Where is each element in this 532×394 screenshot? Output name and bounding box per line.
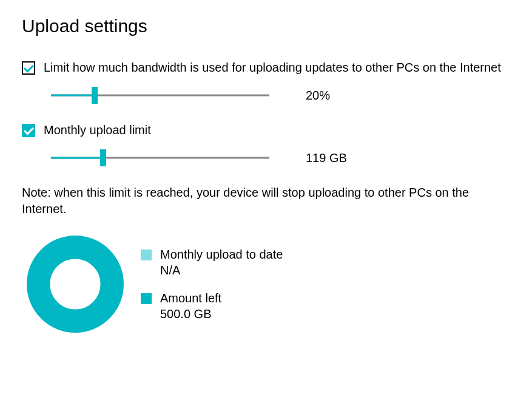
limit-bandwidth-checkbox[interactable] [22, 61, 35, 75]
legend-label: Monthly upload to date [160, 248, 283, 261]
swatch-icon [141, 293, 152, 304]
limit-bandwidth-label: Limit how much bandwidth is used for upl… [44, 59, 501, 76]
monthly-limit-value: 119 GB [306, 151, 347, 165]
swatch-icon [141, 250, 152, 260]
usage-donut-chart [27, 236, 124, 333]
page-title: Upload settings [22, 16, 510, 36]
monthly-limit-slider[interactable] [51, 148, 269, 168]
legend-value: N/A [160, 262, 283, 278]
monthly-limit-checkbox[interactable] [22, 124, 35, 137]
donut-ring [38, 247, 112, 321]
slider-thumb-icon[interactable] [100, 149, 106, 166]
donut-legend: Monthly upload to date N/A Amount left 5… [141, 246, 283, 322]
slider-fill [51, 95, 95, 97]
legend-value: 500.0 GB [160, 306, 221, 322]
legend-item-left: Amount left 500.0 GB [141, 290, 283, 322]
legend-label: Amount left [160, 291, 221, 305]
slider-thumb-icon[interactable] [92, 87, 98, 104]
limit-bandwidth-value: 20% [306, 89, 330, 103]
note-text: Note: when this limit is reached, your d… [22, 185, 510, 217]
monthly-limit-label: Monthly upload limit [44, 122, 151, 138]
slider-fill [51, 157, 103, 159]
limit-bandwidth-slider[interactable] [51, 86, 269, 105]
legend-item-uploaded: Monthly upload to date N/A [141, 246, 283, 278]
